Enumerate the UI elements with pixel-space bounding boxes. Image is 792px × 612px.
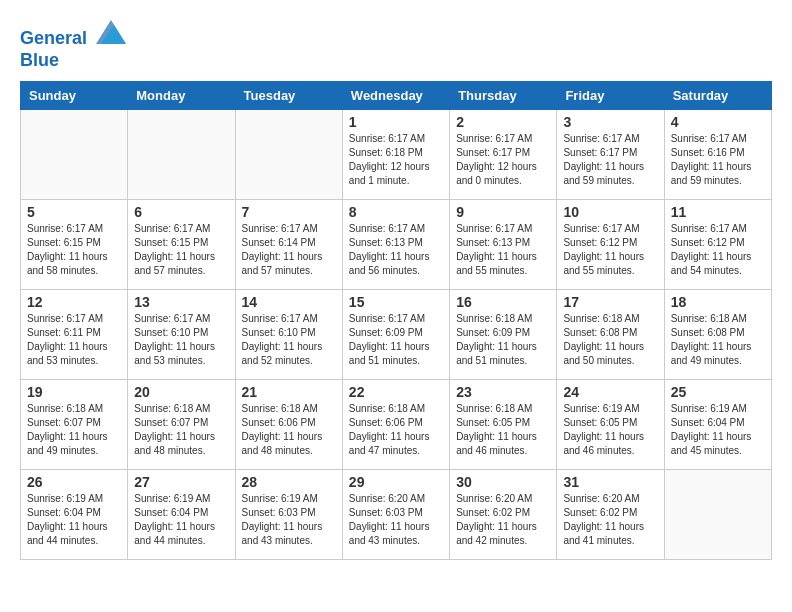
day-info: Sunrise: 6:18 AMSunset: 6:07 PMDaylight:… [134,402,228,458]
day-cell [235,110,342,200]
day-cell: 17Sunrise: 6:18 AMSunset: 6:08 PMDayligh… [557,290,664,380]
day-cell: 13Sunrise: 6:17 AMSunset: 6:10 PMDayligh… [128,290,235,380]
day-number: 16 [456,294,550,310]
day-number: 9 [456,204,550,220]
day-cell: 2Sunrise: 6:17 AMSunset: 6:17 PMDaylight… [450,110,557,200]
day-info: Sunrise: 6:19 AMSunset: 6:05 PMDaylight:… [563,402,657,458]
day-number: 25 [671,384,765,400]
day-info: Sunrise: 6:18 AMSunset: 6:07 PMDaylight:… [27,402,121,458]
week-row-1: 1Sunrise: 6:17 AMSunset: 6:18 PMDaylight… [21,110,772,200]
day-cell: 25Sunrise: 6:19 AMSunset: 6:04 PMDayligh… [664,380,771,470]
day-number: 30 [456,474,550,490]
day-cell [128,110,235,200]
weekday-header-row: SundayMondayTuesdayWednesdayThursdayFrid… [21,82,772,110]
weekday-tuesday: Tuesday [235,82,342,110]
day-info: Sunrise: 6:18 AMSunset: 6:06 PMDaylight:… [349,402,443,458]
weekday-sunday: Sunday [21,82,128,110]
day-info: Sunrise: 6:17 AMSunset: 6:14 PMDaylight:… [242,222,336,278]
day-number: 29 [349,474,443,490]
week-row-5: 26Sunrise: 6:19 AMSunset: 6:04 PMDayligh… [21,470,772,560]
day-info: Sunrise: 6:17 AMSunset: 6:09 PMDaylight:… [349,312,443,368]
day-number: 1 [349,114,443,130]
day-info: Sunrise: 6:19 AMSunset: 6:04 PMDaylight:… [27,492,121,548]
day-info: Sunrise: 6:18 AMSunset: 6:05 PMDaylight:… [456,402,550,458]
day-cell: 9Sunrise: 6:17 AMSunset: 6:13 PMDaylight… [450,200,557,290]
day-cell: 8Sunrise: 6:17 AMSunset: 6:13 PMDaylight… [342,200,449,290]
day-cell: 16Sunrise: 6:18 AMSunset: 6:09 PMDayligh… [450,290,557,380]
day-cell: 21Sunrise: 6:18 AMSunset: 6:06 PMDayligh… [235,380,342,470]
logo: General Blue [20,20,126,71]
day-info: Sunrise: 6:17 AMSunset: 6:11 PMDaylight:… [27,312,121,368]
day-number: 24 [563,384,657,400]
day-number: 19 [27,384,121,400]
day-info: Sunrise: 6:19 AMSunset: 6:03 PMDaylight:… [242,492,336,548]
week-row-3: 12Sunrise: 6:17 AMSunset: 6:11 PMDayligh… [21,290,772,380]
day-info: Sunrise: 6:17 AMSunset: 6:17 PMDaylight:… [456,132,550,188]
day-number: 26 [27,474,121,490]
day-number: 21 [242,384,336,400]
day-info: Sunrise: 6:18 AMSunset: 6:08 PMDaylight:… [563,312,657,368]
day-info: Sunrise: 6:17 AMSunset: 6:15 PMDaylight:… [134,222,228,278]
day-number: 17 [563,294,657,310]
day-cell: 10Sunrise: 6:17 AMSunset: 6:12 PMDayligh… [557,200,664,290]
day-info: Sunrise: 6:20 AMSunset: 6:02 PMDaylight:… [456,492,550,548]
day-cell: 28Sunrise: 6:19 AMSunset: 6:03 PMDayligh… [235,470,342,560]
day-cell: 27Sunrise: 6:19 AMSunset: 6:04 PMDayligh… [128,470,235,560]
day-info: Sunrise: 6:19 AMSunset: 6:04 PMDaylight:… [671,402,765,458]
day-cell: 29Sunrise: 6:20 AMSunset: 6:03 PMDayligh… [342,470,449,560]
day-info: Sunrise: 6:18 AMSunset: 6:08 PMDaylight:… [671,312,765,368]
day-number: 20 [134,384,228,400]
day-info: Sunrise: 6:17 AMSunset: 6:10 PMDaylight:… [242,312,336,368]
day-cell: 20Sunrise: 6:18 AMSunset: 6:07 PMDayligh… [128,380,235,470]
weekday-monday: Monday [128,82,235,110]
day-info: Sunrise: 6:17 AMSunset: 6:10 PMDaylight:… [134,312,228,368]
day-number: 13 [134,294,228,310]
day-info: Sunrise: 6:17 AMSunset: 6:18 PMDaylight:… [349,132,443,188]
day-number: 23 [456,384,550,400]
weekday-thursday: Thursday [450,82,557,110]
day-number: 5 [27,204,121,220]
day-number: 27 [134,474,228,490]
day-info: Sunrise: 6:20 AMSunset: 6:02 PMDaylight:… [563,492,657,548]
week-row-2: 5Sunrise: 6:17 AMSunset: 6:15 PMDaylight… [21,200,772,290]
day-number: 10 [563,204,657,220]
weekday-saturday: Saturday [664,82,771,110]
day-info: Sunrise: 6:18 AMSunset: 6:09 PMDaylight:… [456,312,550,368]
day-cell: 1Sunrise: 6:17 AMSunset: 6:18 PMDaylight… [342,110,449,200]
day-info: Sunrise: 6:17 AMSunset: 6:17 PMDaylight:… [563,132,657,188]
day-info: Sunrise: 6:18 AMSunset: 6:06 PMDaylight:… [242,402,336,458]
day-number: 2 [456,114,550,130]
day-number: 14 [242,294,336,310]
day-cell: 3Sunrise: 6:17 AMSunset: 6:17 PMDaylight… [557,110,664,200]
day-number: 8 [349,204,443,220]
day-info: Sunrise: 6:17 AMSunset: 6:12 PMDaylight:… [563,222,657,278]
day-number: 18 [671,294,765,310]
day-info: Sunrise: 6:17 AMSunset: 6:13 PMDaylight:… [456,222,550,278]
day-number: 3 [563,114,657,130]
day-number: 28 [242,474,336,490]
day-cell: 23Sunrise: 6:18 AMSunset: 6:05 PMDayligh… [450,380,557,470]
weekday-wednesday: Wednesday [342,82,449,110]
day-cell: 4Sunrise: 6:17 AMSunset: 6:16 PMDaylight… [664,110,771,200]
week-row-4: 19Sunrise: 6:18 AMSunset: 6:07 PMDayligh… [21,380,772,470]
weekday-friday: Friday [557,82,664,110]
day-cell: 6Sunrise: 6:17 AMSunset: 6:15 PMDaylight… [128,200,235,290]
day-number: 11 [671,204,765,220]
day-cell: 31Sunrise: 6:20 AMSunset: 6:02 PMDayligh… [557,470,664,560]
day-cell: 7Sunrise: 6:17 AMSunset: 6:14 PMDaylight… [235,200,342,290]
day-number: 22 [349,384,443,400]
logo-text: General [20,20,126,50]
day-number: 31 [563,474,657,490]
day-cell: 30Sunrise: 6:20 AMSunset: 6:02 PMDayligh… [450,470,557,560]
day-info: Sunrise: 6:19 AMSunset: 6:04 PMDaylight:… [134,492,228,548]
day-cell: 14Sunrise: 6:17 AMSunset: 6:10 PMDayligh… [235,290,342,380]
day-cell [21,110,128,200]
calendar-table: SundayMondayTuesdayWednesdayThursdayFrid… [20,81,772,560]
day-number: 15 [349,294,443,310]
logo-blue: Blue [20,50,126,72]
day-info: Sunrise: 6:17 AMSunset: 6:13 PMDaylight:… [349,222,443,278]
day-cell: 11Sunrise: 6:17 AMSunset: 6:12 PMDayligh… [664,200,771,290]
day-cell: 5Sunrise: 6:17 AMSunset: 6:15 PMDaylight… [21,200,128,290]
day-number: 4 [671,114,765,130]
day-cell: 15Sunrise: 6:17 AMSunset: 6:09 PMDayligh… [342,290,449,380]
